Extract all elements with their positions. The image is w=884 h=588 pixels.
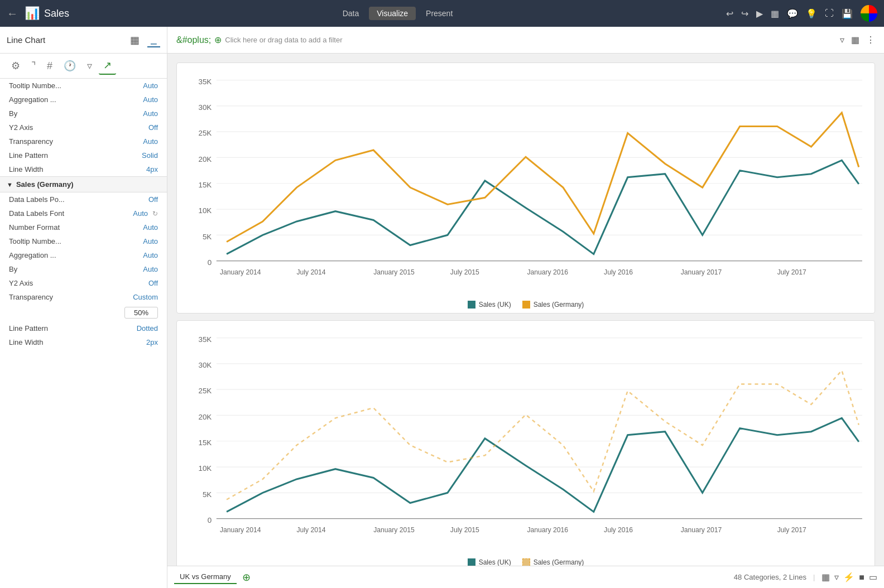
prop-val-tooltip[interactable]: Auto [143,81,158,90]
svg-text:July 2017: July 2017 [777,268,806,276]
prop2-label-dlpo: Data Labels Po... [9,195,65,204]
legend-uk-1: Sales (UK) [468,301,511,309]
tab-hash[interactable]: # [42,58,57,74]
play-icon[interactable]: ▶ [756,8,763,19]
prop2-val-by[interactable]: Auto [143,265,158,273]
svg-text:20K: 20K [198,413,212,421]
save-icon[interactable]: 💾 [842,8,853,19]
prop-label-tooltip: Tooltip Numbe... [9,81,61,90]
svg-text:January 2016: January 2016 [527,526,568,534]
tab-bar: UK vs Germany ⊕ 48 Categories, 2 Lines |… [167,566,884,588]
svg-text:July 2014: July 2014 [297,526,326,534]
grid-icon[interactable]: ▦ [851,35,859,45]
copy-icon[interactable]: ▦ [771,8,779,19]
svg-text:20K: 20K [198,155,212,163]
sidebar-top: Line Chart ▦ ⎯ [0,27,167,54]
prop2-val-dlf[interactable]: Auto [133,209,148,218]
tab-trending[interactable]: ↗ [99,57,116,75]
prop-val-linepat[interactable]: Solid [142,151,158,160]
app-title: Sales [44,8,69,20]
prop-transparency: Transparency Auto [0,134,167,148]
nav-actions: ↩ ↪ ▶ ▦ 💬 💡 ⛶ 💾 [726,5,877,22]
redo-icon[interactable]: ↪ [741,8,748,19]
svg-text:July 2016: July 2016 [604,526,633,534]
prop-val-agg[interactable]: Auto [143,95,158,104]
sidebar-tabs: ⚙ ⌝ # 🕐 ▿ ↗ [0,54,167,79]
prop-val-y2[interactable]: Off [148,123,158,132]
prop-tooltip-number: Tooltip Numbe... Auto [0,79,167,93]
tab-grid-icon[interactable]: ▦ [821,572,830,582]
reset-icon[interactable]: ↻ [152,210,158,218]
section-label: Sales (Germany) [16,180,74,189]
legend2-germany-label: Sales (Germany) [534,558,584,566]
tab-info: 48 Categories, 2 Lines | ▦ ▿ ⚡ ■ ▭ [734,572,877,582]
prop2-label-nf: Number Format [9,223,60,232]
svg-text:July 2015: July 2015 [450,526,479,534]
svg-text:January 2017: January 2017 [681,526,722,534]
prop2-val-agg[interactable]: Auto [143,251,158,259]
table-icon-btn[interactable]: ▦ [127,33,143,47]
svg-text:10K: 10K [198,464,212,473]
avatar[interactable] [861,5,877,22]
tab-corner[interactable]: ⌝ [27,57,40,74]
tab-filter[interactable]: ▿ [83,57,97,74]
svg-text:5K: 5K [203,233,212,241]
prop-linepat: Line Pattern Solid [0,148,167,162]
prop2-datalabelspo: Data Labels Po... Off [0,192,167,206]
prop-y2axis: Y2 Axis Off [0,121,167,134]
more-icon[interactable]: ⋮ [866,35,875,45]
prop-by: By Auto [0,107,167,121]
tab-panel-icon[interactable]: ▭ [869,572,877,582]
back-button[interactable]: ← [7,7,18,20]
prop2-numformat: Number Format Auto [0,220,167,234]
undo-icon[interactable]: ↩ [726,8,733,19]
prop2-by: By Auto [0,262,167,276]
svg-text:January 2015: January 2015 [373,526,415,534]
filter-icon[interactable]: ▿ [840,35,844,45]
content-area: &#oplus; ⊕ Click here or drag data to ad… [167,27,884,588]
tab-chart-icon[interactable]: ▿ [834,572,839,582]
legend-uk-box [468,301,475,309]
nav-links: Data Visualize Present [335,7,461,20]
tab-settings[interactable]: ⚙ [7,57,25,74]
svg-text:5K: 5K [203,490,212,499]
prop2-datalabelsfont: Data Labels Font Auto ↻ [0,206,167,220]
svg-text:0: 0 [208,258,212,267]
prop-val-trans[interactable]: Auto [143,137,158,146]
prop-label-by: By [9,109,17,118]
filter-bar[interactable]: &#oplus; ⊕ Click here or drag data to ad… [176,35,840,45]
prop-val-linewidth[interactable]: 4px [146,165,158,173]
add-tab-button[interactable]: ⊕ [242,571,251,584]
prop3-val-lp[interactable]: Dotted [137,324,158,332]
prop2-val-trans[interactable]: Custom [133,293,158,301]
tab-bolt-icon[interactable]: ⚡ [843,572,854,582]
tab-clock[interactable]: 🕐 [59,57,80,74]
prop-val-by[interactable]: Auto [143,109,158,118]
tab-square-icon[interactable]: ■ [859,572,864,582]
nav-visualize[interactable]: Visualize [369,7,416,20]
svg-text:30K: 30K [198,103,212,112]
logo-icon: 📊 [25,6,40,21]
format-icon-btn[interactable]: ⎯ [147,32,160,47]
prop2-label-tn: Tooltip Numbe... [9,237,61,245]
main-layout: Line Chart ▦ ⎯ ⚙ ⌝ # 🕐 ▿ ↗ Tooltip Numbe… [0,27,884,588]
prop2-label-by: By [9,265,17,273]
nav-data[interactable]: Data [335,7,367,20]
legend2-germany: Sales (Germany) [522,558,584,566]
prop3-val-lw[interactable]: 2px [146,338,158,346]
transparency-input[interactable]: 50% [124,307,158,319]
prop2-val-tn[interactable]: Auto [143,237,158,245]
prop2-val-y2[interactable]: Off [148,279,158,287]
prop2-val-dlpo[interactable]: Off [148,195,158,204]
prop2-val-nf[interactable]: Auto [143,223,158,232]
svg-text:15K: 15K [198,181,212,189]
svg-text:July 2017: July 2017 [777,526,806,534]
nav-present[interactable]: Present [418,7,460,20]
frame-icon[interactable]: ⛶ [825,8,834,18]
prop2-label-dlf: Data Labels Font [9,209,64,218]
comment-icon[interactable]: 💬 [787,8,798,19]
section-sales-germany[interactable]: ▼ Sales (Germany) [0,176,167,192]
tab-uk-germany[interactable]: UK vs Germany [174,570,237,584]
bulb-icon[interactable]: 💡 [806,8,817,19]
svg-text:July 2016: July 2016 [604,268,633,276]
